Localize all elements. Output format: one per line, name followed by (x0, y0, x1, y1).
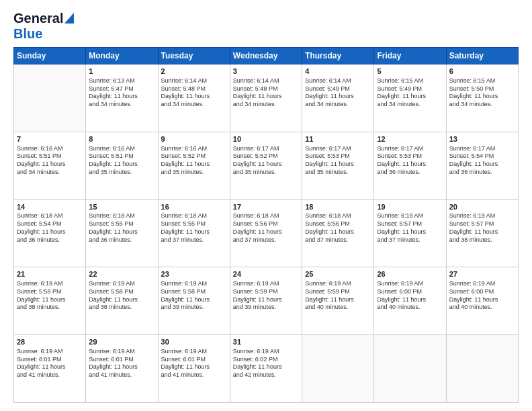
day-number: 12 (377, 134, 443, 144)
calendar-cell: 12Sunrise: 6:17 AM Sunset: 5:53 PM Dayli… (374, 132, 446, 199)
day-info: Sunrise: 6:17 AM Sunset: 5:53 PM Dayligh… (305, 145, 371, 177)
day-number: 24 (233, 269, 299, 279)
header: General Blue (13, 11, 519, 42)
day-info: Sunrise: 6:19 AM Sunset: 6:01 PM Dayligh… (17, 348, 83, 379)
day-info: Sunrise: 6:18 AM Sunset: 5:55 PM Dayligh… (161, 212, 227, 244)
calendar-cell: 17Sunrise: 6:18 AM Sunset: 5:56 PM Dayli… (230, 199, 302, 267)
week-row-3: 14Sunrise: 6:18 AM Sunset: 5:54 PM Dayli… (14, 199, 519, 267)
weekday-header-row: SundayMondayTuesdayWednesdayThursdayFrid… (14, 48, 519, 64)
day-info: Sunrise: 6:19 AM Sunset: 6:01 PM Dayligh… (161, 348, 227, 379)
day-info: Sunrise: 6:18 AM Sunset: 5:55 PM Dayligh… (89, 212, 154, 244)
day-info: Sunrise: 6:14 AM Sunset: 5:49 PM Dayligh… (305, 77, 371, 109)
calendar-cell: 5Sunrise: 6:15 AM Sunset: 5:49 PM Daylig… (374, 64, 446, 132)
day-number: 2 (161, 66, 227, 77)
calendar-cell: 20Sunrise: 6:19 AM Sunset: 5:57 PM Dayli… (446, 199, 518, 267)
day-info: Sunrise: 6:19 AM Sunset: 5:57 PM Dayligh… (449, 212, 515, 244)
day-number: 25 (305, 269, 371, 279)
day-number: 27 (449, 269, 515, 279)
calendar-cell: 19Sunrise: 6:19 AM Sunset: 5:57 PM Dayli… (374, 199, 446, 267)
calendar-cell: 28Sunrise: 6:19 AM Sunset: 6:01 PM Dayli… (14, 335, 86, 403)
calendar-cell: 24Sunrise: 6:19 AM Sunset: 5:59 PM Dayli… (230, 267, 302, 335)
day-info: Sunrise: 6:18 AM Sunset: 5:54 PM Dayligh… (17, 212, 83, 244)
day-number: 28 (17, 337, 83, 347)
day-info: Sunrise: 6:19 AM Sunset: 6:02 PM Dayligh… (233, 348, 299, 379)
day-number: 23 (161, 269, 227, 279)
day-number: 3 (233, 66, 299, 77)
calendar-cell: 30Sunrise: 6:19 AM Sunset: 6:01 PM Dayli… (158, 335, 230, 403)
day-number: 15 (89, 202, 154, 212)
day-info: Sunrise: 6:17 AM Sunset: 5:53 PM Dayligh… (377, 145, 443, 177)
day-number: 17 (233, 202, 299, 212)
day-info: Sunrise: 6:15 AM Sunset: 5:50 PM Dayligh… (449, 77, 515, 109)
calendar-cell: 13Sunrise: 6:17 AM Sunset: 5:54 PM Dayli… (446, 132, 518, 199)
day-info: Sunrise: 6:16 AM Sunset: 5:51 PM Dayligh… (17, 145, 83, 177)
calendar-cell: 1Sunrise: 6:13 AM Sunset: 5:47 PM Daylig… (86, 64, 158, 132)
svg-marker-0 (64, 13, 74, 24)
day-number: 31 (233, 337, 299, 347)
calendar-cell: 10Sunrise: 6:17 AM Sunset: 5:52 PM Dayli… (230, 132, 302, 199)
week-row-5: 28Sunrise: 6:19 AM Sunset: 6:01 PM Dayli… (14, 335, 519, 403)
day-info: Sunrise: 6:16 AM Sunset: 5:52 PM Dayligh… (161, 145, 227, 177)
day-number: 20 (449, 202, 515, 212)
week-row-4: 21Sunrise: 6:19 AM Sunset: 5:58 PM Dayli… (14, 267, 519, 335)
weekday-header-tuesday: Tuesday (158, 48, 230, 64)
calendar-cell (374, 335, 446, 403)
calendar-cell (446, 335, 518, 403)
calendar-cell: 4Sunrise: 6:14 AM Sunset: 5:49 PM Daylig… (302, 64, 374, 132)
calendar-cell: 26Sunrise: 6:19 AM Sunset: 6:00 PM Dayli… (374, 267, 446, 335)
calendar-cell: 2Sunrise: 6:14 AM Sunset: 5:48 PM Daylig… (158, 64, 230, 132)
day-info: Sunrise: 6:18 AM Sunset: 5:56 PM Dayligh… (233, 212, 299, 244)
day-info: Sunrise: 6:15 AM Sunset: 5:49 PM Dayligh… (377, 77, 443, 109)
day-info: Sunrise: 6:19 AM Sunset: 5:59 PM Dayligh… (305, 280, 371, 312)
logo-triangle-icon (64, 13, 74, 26)
day-info: Sunrise: 6:14 AM Sunset: 5:48 PM Dayligh… (161, 77, 227, 109)
day-info: Sunrise: 6:19 AM Sunset: 6:01 PM Dayligh… (89, 348, 154, 379)
calendar-cell: 7Sunrise: 6:16 AM Sunset: 5:51 PM Daylig… (14, 132, 86, 199)
day-number: 1 (89, 66, 154, 77)
day-number: 18 (305, 202, 371, 212)
day-number: 14 (17, 202, 83, 212)
calendar-table: SundayMondayTuesdayWednesdayThursdayFrid… (13, 47, 519, 403)
calendar-cell: 22Sunrise: 6:19 AM Sunset: 5:58 PM Dayli… (86, 267, 158, 335)
day-info: Sunrise: 6:19 AM Sunset: 6:00 PM Dayligh… (449, 280, 515, 312)
day-info: Sunrise: 6:16 AM Sunset: 5:51 PM Dayligh… (89, 145, 154, 177)
day-info: Sunrise: 6:19 AM Sunset: 5:58 PM Dayligh… (161, 280, 227, 312)
day-number: 19 (377, 202, 443, 212)
calendar-cell: 18Sunrise: 6:18 AM Sunset: 5:56 PM Dayli… (302, 199, 374, 267)
day-number: 8 (89, 134, 154, 144)
day-info: Sunrise: 6:19 AM Sunset: 5:58 PM Dayligh… (89, 280, 154, 312)
day-info: Sunrise: 6:19 AM Sunset: 5:57 PM Dayligh… (377, 212, 443, 244)
calendar-cell (302, 335, 374, 403)
logo-general: General (13, 11, 63, 26)
day-number: 30 (161, 337, 227, 347)
calendar-cell: 14Sunrise: 6:18 AM Sunset: 5:54 PM Dayli… (14, 199, 86, 267)
weekday-header-sunday: Sunday (14, 48, 86, 64)
calendar-cell: 29Sunrise: 6:19 AM Sunset: 6:01 PM Dayli… (86, 335, 158, 403)
calendar-cell (14, 64, 86, 132)
day-number: 10 (233, 134, 299, 144)
day-number: 13 (449, 134, 515, 144)
calendar-cell: 9Sunrise: 6:16 AM Sunset: 5:52 PM Daylig… (158, 132, 230, 199)
day-info: Sunrise: 6:14 AM Sunset: 5:48 PM Dayligh… (233, 77, 299, 109)
day-number: 6 (449, 66, 515, 77)
day-number: 9 (161, 134, 227, 144)
weekday-header-monday: Monday (86, 48, 158, 64)
calendar-cell: 8Sunrise: 6:16 AM Sunset: 5:51 PM Daylig… (86, 132, 158, 199)
logo: General Blue (13, 11, 74, 42)
day-number: 5 (377, 66, 443, 77)
calendar-cell: 27Sunrise: 6:19 AM Sunset: 6:00 PM Dayli… (446, 267, 518, 335)
day-number: 4 (305, 66, 371, 77)
day-number: 7 (17, 134, 83, 144)
day-info: Sunrise: 6:17 AM Sunset: 5:54 PM Dayligh… (449, 145, 515, 177)
calendar-cell: 23Sunrise: 6:19 AM Sunset: 5:58 PM Dayli… (158, 267, 230, 335)
day-info: Sunrise: 6:19 AM Sunset: 5:59 PM Dayligh… (233, 280, 299, 312)
day-number: 21 (17, 269, 83, 279)
calendar-cell: 16Sunrise: 6:18 AM Sunset: 5:55 PM Dayli… (158, 199, 230, 267)
calendar-cell: 25Sunrise: 6:19 AM Sunset: 5:59 PM Dayli… (302, 267, 374, 335)
calendar-cell: 21Sunrise: 6:19 AM Sunset: 5:58 PM Dayli… (14, 267, 86, 335)
day-number: 22 (89, 269, 154, 279)
day-number: 16 (161, 202, 227, 212)
calendar-cell: 31Sunrise: 6:19 AM Sunset: 6:02 PM Dayli… (230, 335, 302, 403)
week-row-1: 1Sunrise: 6:13 AM Sunset: 5:47 PM Daylig… (14, 64, 519, 132)
calendar-cell: 15Sunrise: 6:18 AM Sunset: 5:55 PM Dayli… (86, 199, 158, 267)
